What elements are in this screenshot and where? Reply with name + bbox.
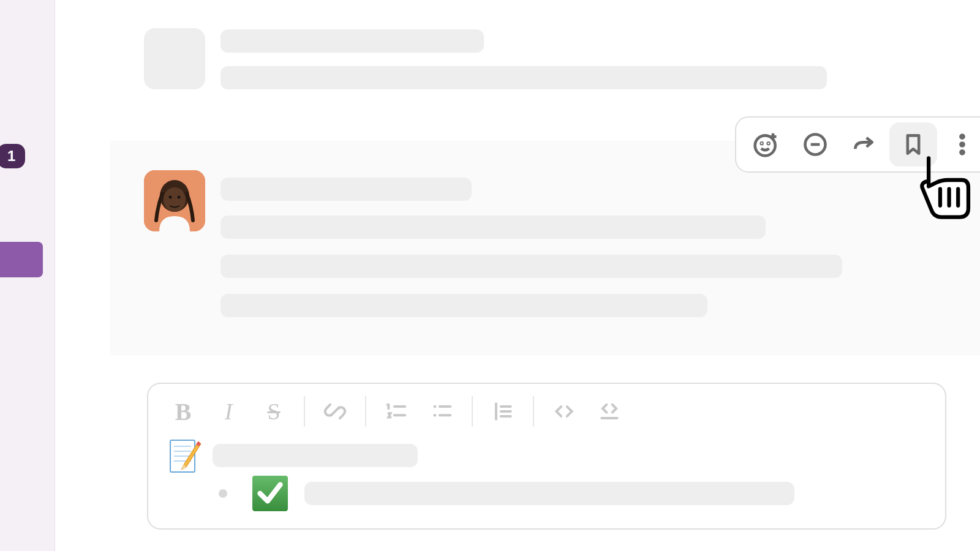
message-list: B I S (55, 0, 980, 551)
message-text-placeholder (221, 294, 707, 317)
bold-button[interactable]: B (162, 395, 205, 428)
ordered-list-icon (385, 400, 408, 423)
message-text-placeholder (221, 29, 484, 53)
message-actions-toolbar (735, 116, 980, 173)
code-icon (552, 400, 576, 423)
message-text-placeholder (221, 178, 472, 201)
svg-point-4 (178, 196, 181, 199)
code-block-icon (598, 400, 621, 423)
toolbar-divider (472, 396, 473, 427)
link-button[interactable] (314, 395, 356, 428)
bookmark-button[interactable] (889, 122, 937, 167)
more-vertical-icon (949, 131, 976, 158)
formatting-toolbar: B I S (148, 384, 945, 437)
message-text-placeholder (221, 255, 842, 278)
message-text-placeholder (221, 216, 766, 239)
message-hover-bg (110, 141, 980, 355)
more-actions-button[interactable] (938, 122, 980, 167)
workspace-rail: 1 (0, 0, 55, 551)
check-mark-emoji-icon (251, 474, 289, 512)
message-avatar-placeholder (144, 28, 205, 89)
bullet-marker (219, 489, 227, 498)
link-icon (323, 400, 347, 423)
svg-point-10 (960, 143, 963, 146)
add-reaction-button[interactable] (742, 122, 790, 167)
bookmark-icon (900, 131, 927, 158)
bullet-list-button[interactable] (420, 395, 463, 428)
strikethrough-button[interactable]: S (252, 395, 295, 428)
message-compose-box[interactable]: B I S (147, 383, 946, 530)
code-block-button[interactable] (588, 395, 631, 428)
memo-emoji-icon (167, 438, 203, 474)
share-button[interactable] (840, 122, 888, 167)
svg-point-3 (169, 196, 172, 199)
notification-badge[interactable]: 1 (0, 144, 25, 168)
blockquote-button[interactable] (481, 395, 524, 428)
toolbar-divider (304, 396, 305, 427)
toolbar-divider (365, 396, 366, 427)
compose-text-placeholder (304, 482, 794, 505)
workspace-item-active[interactable] (0, 242, 43, 277)
bullet-list-icon (430, 400, 453, 423)
toolbar-divider (533, 396, 534, 427)
emoji-plus-icon (753, 131, 780, 158)
compose-text-area[interactable] (148, 437, 945, 528)
svg-point-13 (434, 414, 437, 417)
svg-point-6 (761, 143, 763, 144)
svg-point-11 (960, 151, 963, 154)
ordered-list-button[interactable] (375, 395, 418, 428)
blockquote-icon (491, 400, 514, 423)
svg-point-7 (768, 143, 769, 144)
compose-text-placeholder (213, 444, 418, 467)
svg-point-12 (434, 405, 437, 408)
code-button[interactable] (543, 395, 586, 428)
svg-point-2 (164, 187, 186, 212)
italic-button[interactable]: I (207, 395, 250, 428)
message-text-placeholder (221, 66, 827, 89)
user-avatar[interactable] (144, 170, 205, 231)
svg-point-9 (960, 135, 963, 138)
thread-button[interactable] (791, 122, 839, 167)
thread-icon (802, 131, 829, 158)
share-arrow-icon (851, 131, 878, 158)
